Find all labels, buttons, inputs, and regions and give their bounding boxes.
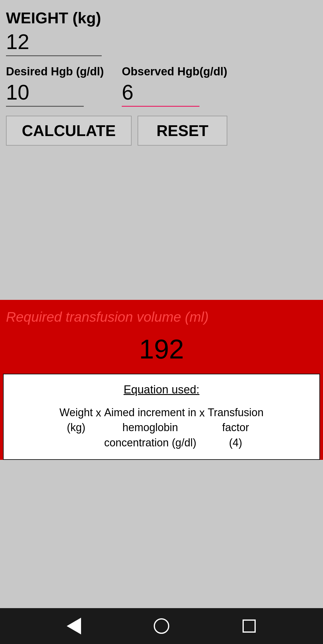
observed-hgb-input[interactable] [122, 80, 199, 107]
desired-hgb-label: Desired Hgb (g/dl) [6, 65, 104, 78]
recent-icon [243, 619, 256, 633]
observed-hgb-label: Observed Hgb(g/dl) [122, 65, 227, 78]
back-icon [67, 618, 81, 634]
calculate-button[interactable]: CALCULATE [6, 116, 132, 146]
equation-part-increment: Aimed increment inhemoglobinconcentratio… [104, 405, 196, 450]
reset-button[interactable]: RESET [138, 116, 227, 146]
equation-box: Equation used: Weight(kg) x Aimed increm… [3, 374, 320, 460]
equation-title: Equation used: [10, 383, 313, 396]
equation-part-factor: Transfusionfactor(4) [208, 405, 263, 450]
weight-input[interactable] [6, 30, 102, 56]
weight-label: WEIGHT (kg) [6, 9, 317, 27]
equation-part-weight: Weight(kg) [60, 405, 93, 435]
equation-connector-1: x [96, 405, 101, 419]
result-label: Required transfusion volume (ml) [3, 306, 317, 326]
recent-button[interactable] [237, 614, 261, 638]
equation-connector-2: x [199, 405, 205, 419]
result-value: 192 [139, 334, 184, 364]
result-section: Required transfusion volume (ml) 192 Equ… [0, 300, 323, 460]
bottom-nav [0, 608, 323, 644]
back-button[interactable] [62, 614, 86, 638]
home-button[interactable] [150, 614, 173, 638]
result-value-container: 192 [0, 328, 323, 374]
spacer [0, 460, 323, 608]
home-icon [154, 618, 169, 634]
desired-hgb-input[interactable] [6, 80, 84, 107]
